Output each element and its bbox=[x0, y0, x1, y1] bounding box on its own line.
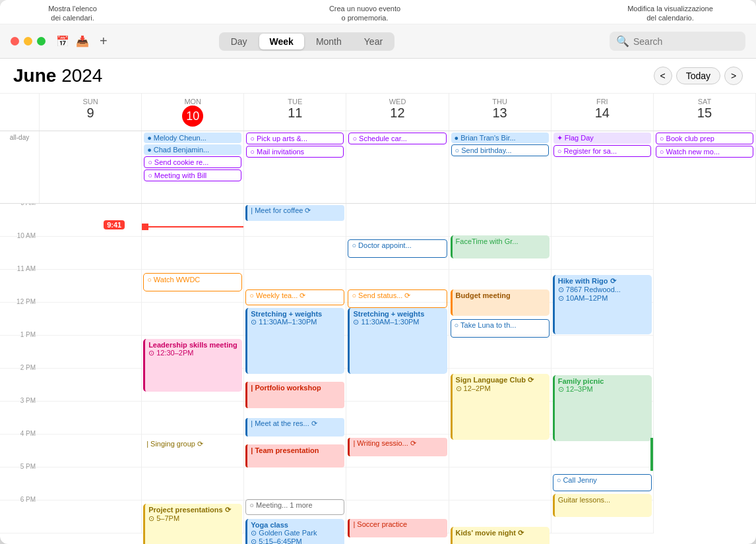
day-body-sat: Hike with Rigo ⟳ ⊙ 7867 Redwood... ⊙ 10A… bbox=[551, 204, 654, 533]
list-item[interactable]: ○ Book club prep bbox=[656, 133, 753, 144]
fullscreen-button[interactable] bbox=[37, 37, 46, 45]
event-soccer-practice[interactable]: | Soccer practice bbox=[348, 519, 447, 537]
all-day-thu: ● Brian Tran's Bir... ○ Send birthday... bbox=[449, 131, 551, 203]
tooltip-calendars: Mostra l'elenco dei calendari. bbox=[13, 4, 132, 22]
day-header-sun: Sun 9 bbox=[40, 94, 142, 131]
list-item[interactable]: ● Chad Benjamin... bbox=[144, 144, 241, 155]
time-grid: 9 AM 10 AM 11 AM 12 PM 1 PM 2 bbox=[0, 204, 756, 533]
event-watch-wwdc[interactable]: ○ Watch WWDC bbox=[143, 273, 242, 291]
event-singing-group[interactable]: | Singing group ⟳ bbox=[143, 438, 242, 456]
time-label: 12 PM bbox=[16, 298, 36, 305]
list-item[interactable]: ✦ Flag Day bbox=[553, 133, 651, 144]
event-call-jenny[interactable]: ○ Call Jenny bbox=[553, 474, 652, 491]
event-writing-session[interactable]: | Writing sessio... ⟳ bbox=[348, 438, 447, 456]
event-kids-movie[interactable]: Kids' movie night ⟳ bbox=[451, 527, 550, 544]
day-header-wed: Wed 12 bbox=[346, 94, 449, 131]
list-item[interactable]: ○ Register for sa... bbox=[553, 145, 651, 157]
minimize-button[interactable] bbox=[24, 37, 32, 45]
day-body-sun bbox=[40, 204, 142, 533]
tooltip-new-event: Crea un nuovo evento o promemoria. bbox=[299, 4, 431, 22]
time-label: 11 AM bbox=[17, 265, 36, 272]
list-item[interactable]: ● Brian Tran's Bir... bbox=[451, 133, 549, 143]
event-stretching-tue[interactable]: Stretching + weights ⊙ 11:30AM–1:30PM bbox=[245, 308, 344, 374]
event-weekly-tea[interactable]: ○ Weekly tea... ⟳ bbox=[245, 289, 344, 305]
event-meeting-more[interactable]: ○ Meeting... 1 more bbox=[245, 499, 344, 515]
event-budget-meeting[interactable]: Budget meeting bbox=[451, 289, 550, 316]
event-leadership[interactable]: Leadership skills meeting ⊙ 12:30–2PM bbox=[143, 339, 242, 392]
tab-day[interactable]: Day bbox=[220, 34, 258, 49]
day-header-mon: Mon 10 bbox=[142, 94, 244, 131]
event-stretching-wed[interactable]: Stretching + weights ⊙ 11:30AM–1:30PM bbox=[348, 308, 447, 374]
time-grid-scroll[interactable]: 9 AM 10 AM 11 AM 12 PM 1 PM 2 bbox=[0, 204, 756, 544]
event-take-luna[interactable]: ○ Take Luna to th... bbox=[451, 319, 550, 338]
tab-week[interactable]: Week bbox=[259, 34, 304, 49]
current-time-dot bbox=[142, 224, 148, 230]
list-item[interactable]: ○ Schedule car... bbox=[348, 133, 446, 144]
event-family-picnic[interactable]: Family picnic ⊙ 12–3PM bbox=[553, 375, 652, 441]
tab-month[interactable]: Month bbox=[305, 34, 352, 49]
event-yoga-class[interactable]: Yoga class ⊙ Golden Gate Park ⊙ 5:15–6:4… bbox=[245, 519, 344, 544]
tab-year[interactable]: Year bbox=[354, 34, 393, 49]
day-header-sat: Sat 15 bbox=[654, 94, 756, 131]
time-label: 10 AM bbox=[17, 232, 36, 239]
all-day-sat: ○ Book club prep ○ Watch new mo... bbox=[654, 131, 756, 203]
today-button[interactable]: Today bbox=[676, 67, 720, 84]
time-label: 5 PM bbox=[20, 463, 36, 470]
list-item[interactable]: ○ Send cookie re... bbox=[144, 156, 241, 168]
search-input[interactable] bbox=[633, 36, 739, 47]
search-icon: 🔍 bbox=[616, 35, 629, 47]
day-header-tue: Tue 11 bbox=[244, 94, 346, 131]
search-area: 🔍 bbox=[610, 32, 745, 51]
current-time-line: 9:41 bbox=[142, 226, 243, 227]
calendar-list-icon[interactable]: 📅 bbox=[56, 35, 69, 47]
event-green-bar bbox=[650, 438, 653, 471]
day-body-wed: ○ Doctor appoint... ○ Send status... ⟳ S… bbox=[346, 204, 449, 533]
event-portfolio-workshop[interactable]: | Portfolio workshop bbox=[245, 382, 344, 408]
inbox-icon[interactable]: 📥 bbox=[76, 35, 89, 47]
event-sign-language[interactable]: Sign Language Club ⟳ ⊙ 12–2PM bbox=[451, 374, 550, 440]
event-facetime[interactable]: FaceTime with Gr... bbox=[451, 235, 550, 258]
event-meet-for-coffee[interactable]: | Meet for coffee ⟳ bbox=[245, 205, 344, 221]
calendar-header: June 2024 < Today > bbox=[0, 59, 756, 94]
event-project-presentations[interactable]: Project presentations ⟳ ⊙ 5–7PM bbox=[143, 504, 242, 544]
all-day-row: all-day ● Melody Cheun... ● Chad Benjami… bbox=[0, 131, 756, 204]
event-team-presentation[interactable]: | Team presentation bbox=[245, 444, 344, 468]
close-button[interactable] bbox=[11, 37, 19, 45]
all-day-label: all-day bbox=[0, 131, 40, 203]
time-labels-col: 9 AM 10 AM 11 AM 12 PM 1 PM 2 bbox=[0, 204, 40, 533]
list-item[interactable]: ○ Meeting with Bill bbox=[144, 169, 241, 181]
titlebar: 📅 📥 + Day Week Month Year 🔍 bbox=[0, 24, 756, 59]
days-header: Sun 9 Mon 10 Tue 11 Wed 12 Thu 13 bbox=[0, 94, 756, 131]
list-item[interactable]: ○ Mail invitations bbox=[246, 146, 344, 158]
calendar-grid: Sun 9 Mon 10 Tue 11 Wed 12 Thu 13 bbox=[0, 94, 756, 544]
month-year-title: June 2024 bbox=[13, 65, 102, 86]
nav-arrows: < Today > bbox=[654, 67, 743, 85]
time-label: 3 PM bbox=[20, 397, 36, 404]
next-week-button[interactable]: > bbox=[724, 67, 743, 85]
event-send-status[interactable]: ○ Send status... ⟳ bbox=[348, 289, 447, 308]
view-tabs: Day Week Month Year bbox=[219, 32, 394, 51]
all-day-tue: ○ Pick up arts &... ○ Mail invitations bbox=[244, 131, 346, 203]
day-header-fri: Fri 14 bbox=[551, 94, 654, 131]
list-item[interactable]: ● Melody Cheun... bbox=[144, 133, 241, 143]
time-label: 6 PM bbox=[20, 496, 36, 503]
prev-week-button[interactable]: < bbox=[654, 67, 672, 85]
all-day-wed: ○ Schedule car... bbox=[346, 131, 449, 203]
add-event-button[interactable]: + bbox=[100, 34, 108, 49]
day-body-mon: 9:41 ○ Watch WWDC Leadership skills meet… bbox=[142, 204, 244, 533]
list-item[interactable]: ○ Watch new mo... bbox=[656, 146, 753, 158]
toolbar-icons: 📅 📥 bbox=[56, 35, 89, 47]
day-body-tue: | Meet for coffee ⟳ ○ Weekly tea... ⟳ St… bbox=[244, 204, 346, 533]
all-day-mon: ● Melody Cheun... ● Chad Benjamin... ○ S… bbox=[142, 131, 244, 203]
time-label: 1 PM bbox=[20, 331, 36, 338]
event-meet-at-res[interactable]: | Meet at the res... ⟳ bbox=[245, 418, 344, 437]
event-doctor-wed[interactable]: ○ Doctor appoint... bbox=[348, 239, 447, 258]
day-header-thu: Thu 13 bbox=[449, 94, 551, 131]
event-hike-with-rigo[interactable]: Hike with Rigo ⟳ ⊙ 7867 Redwood... ⊙ 10A… bbox=[553, 275, 652, 334]
event-guitar-lessons[interactable]: Guitar lessons... bbox=[553, 494, 652, 517]
list-item[interactable]: ○ Send birthday... bbox=[451, 144, 549, 156]
day-body-thu: FaceTime with Gr... Budget meeting ○ Tak… bbox=[449, 204, 551, 533]
all-day-fri: ✦ Flag Day ○ Register for sa... bbox=[551, 131, 654, 203]
traffic-lights bbox=[11, 37, 46, 45]
list-item[interactable]: ○ Pick up arts &... bbox=[246, 133, 344, 144]
